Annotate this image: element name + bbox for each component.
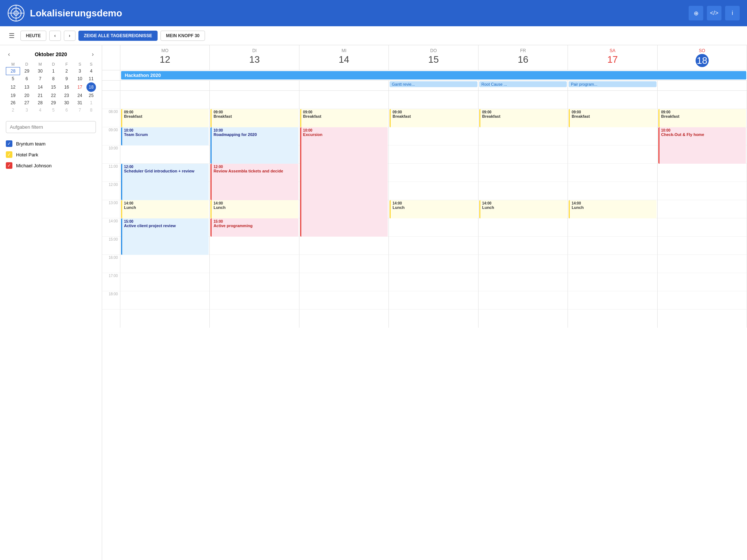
- small-day1: [120, 81, 210, 90]
- legend-label: Michael Johnson: [16, 163, 52, 168]
- mini-cal-day[interactable]: 10: [73, 75, 86, 83]
- mini-cal-day[interactable]: 7: [73, 106, 86, 114]
- mini-cal-day[interactable]: 19: [6, 92, 20, 99]
- event-block[interactable]: 09:00Breakfast: [390, 109, 477, 127]
- days-header: Mo12Di13Mi14Do15Fr16Sa17So18: [102, 45, 747, 70]
- event-block[interactable]: 09:00Breakfast: [658, 109, 746, 127]
- event-time: 09:00: [392, 110, 475, 114]
- event-block[interactable]: 14:00Lunch: [210, 200, 298, 218]
- mini-cal-day[interactable]: 28: [6, 67, 20, 75]
- mini-cal-day[interactable]: 30: [60, 99, 73, 106]
- day-col-sa: 09:00Breakfast14:00Lunch: [568, 91, 657, 328]
- mini-cal-day[interactable]: 8: [47, 75, 60, 83]
- event-block[interactable]: 15:00Active client project review: [121, 218, 209, 255]
- mini-cal-day[interactable]: 21: [34, 92, 47, 99]
- mini-cal-day[interactable]: 16: [60, 82, 73, 92]
- event-block[interactable]: 10:00Team Scrum: [121, 127, 209, 145]
- day-cell: [568, 182, 657, 200]
- mini-cal-day[interactable]: 6: [20, 75, 34, 83]
- mini-cal-day[interactable]: 22: [47, 92, 60, 99]
- mini-cal-day[interactable]: 13: [20, 82, 34, 92]
- mini-cal-day[interactable]: 2: [6, 106, 20, 114]
- mini-cal-day[interactable]: 9: [60, 75, 73, 83]
- prev-button[interactable]: ‹: [49, 31, 61, 41]
- event-block[interactable]: 12:00Scheduler Grid introduction + revie…: [121, 164, 209, 200]
- info-button[interactable]: i: [725, 6, 740, 20]
- event-block[interactable]: 10:00Roadmapping for 2020: [210, 127, 298, 164]
- legend-item[interactable]: ✓Hotel Park: [6, 151, 96, 158]
- event-block[interactable]: 10:00Excursion: [300, 127, 388, 237]
- day-name: Mi: [301, 48, 387, 53]
- mini-cal-day[interactable]: 3: [20, 106, 34, 114]
- mini-cal-day[interactable]: 28: [34, 99, 47, 106]
- mini-cal-day[interactable]: 3: [73, 67, 86, 75]
- event-block[interactable]: 14:00Lunch: [121, 200, 209, 218]
- mini-cal-day[interactable]: 17: [73, 82, 86, 92]
- day-cell: [658, 200, 747, 218]
- mini-cal-day[interactable]: 23: [60, 92, 73, 99]
- next-button[interactable]: ›: [64, 31, 76, 41]
- hackathon-event[interactable]: Hackathon 2020: [121, 71, 746, 79]
- mini-cal-day[interactable]: 24: [73, 92, 86, 99]
- mini-cal-day[interactable]: 14: [34, 82, 47, 92]
- show-all-button[interactable]: ZEIGE ALLE TAGESEREIGNISSE: [78, 31, 158, 41]
- event-block[interactable]: 09:00Breakfast: [569, 109, 656, 127]
- day-col-fr: 09:00Breakfast14:00Lunch: [479, 91, 568, 328]
- mini-cal-day[interactable]: 4: [34, 106, 47, 114]
- time-slot-08:00: 08:00: [102, 109, 120, 127]
- time-gutter: [102, 45, 120, 70]
- mini-cal-day[interactable]: 25: [86, 92, 96, 99]
- my-button[interactable]: MEIN KNOPF 30: [160, 31, 205, 41]
- mini-cal-next[interactable]: ›: [90, 51, 96, 58]
- mini-cal-prev[interactable]: ‹: [6, 51, 12, 58]
- mini-cal-day[interactable]: 26: [6, 99, 20, 106]
- mini-cal-day[interactable]: 1: [86, 99, 96, 106]
- small-day5-rootcause[interactable]: Root Cause ...: [479, 81, 568, 90]
- today-button[interactable]: HEUTE: [20, 31, 46, 41]
- day-cell: [658, 255, 747, 273]
- mini-cal-day[interactable]: 15: [47, 82, 60, 92]
- mini-cal-day[interactable]: 5: [6, 75, 20, 83]
- legend-item[interactable]: ✓Michael Johnson: [6, 162, 96, 169]
- code-button[interactable]: </>: [707, 6, 721, 20]
- legend-item[interactable]: ✓Bryntum team: [6, 140, 96, 147]
- mini-cal-day[interactable]: 12: [6, 82, 20, 92]
- mini-cal-day[interactable]: 7: [34, 75, 47, 83]
- mini-cal-day[interactable]: 2: [60, 67, 73, 75]
- mini-cal-day[interactable]: 20: [20, 92, 34, 99]
- mini-cal-day[interactable]: 29: [20, 67, 34, 75]
- mini-cal-day[interactable]: 11: [86, 75, 96, 83]
- menu-icon[interactable]: ☰: [6, 30, 18, 41]
- mini-cal-day[interactable]: 18: [86, 82, 96, 92]
- mini-cal-day[interactable]: 6: [60, 106, 73, 114]
- small-day4-gantt[interactable]: Gantt revie...: [389, 81, 478, 90]
- small-day6-pair[interactable]: Pair program...: [568, 81, 657, 90]
- event-time: 15:00: [124, 219, 207, 223]
- mini-cal-day[interactable]: 8: [86, 106, 96, 114]
- event-block[interactable]: 09:00Breakfast: [479, 109, 567, 127]
- mini-cal-day[interactable]: 27: [20, 99, 34, 106]
- legend-label: Bryntum team: [16, 141, 46, 147]
- mini-cal-day[interactable]: 30: [34, 67, 47, 75]
- mini-cal-day[interactable]: 4: [86, 67, 96, 75]
- day-cell: [299, 237, 388, 255]
- filter-input[interactable]: [6, 121, 96, 133]
- event-time: 14:00: [392, 201, 475, 205]
- mini-cal-day[interactable]: 29: [47, 99, 60, 106]
- event-block[interactable]: 14:00Lunch: [479, 200, 567, 218]
- move-button[interactable]: ⊕: [689, 6, 703, 20]
- mini-cal-day[interactable]: 1: [47, 67, 60, 75]
- day-cell: [568, 145, 657, 164]
- event-block[interactable]: 12:00Review Assembla tickets and decide: [210, 164, 298, 200]
- event-block[interactable]: 14:00Lunch: [390, 200, 477, 218]
- event-block[interactable]: 09:00Breakfast: [121, 109, 209, 127]
- event-block[interactable]: 15:00Active programming: [210, 218, 298, 237]
- event-block[interactable]: 14:00Lunch: [569, 200, 656, 218]
- event-time: 10:00: [661, 128, 744, 132]
- mini-cal-day[interactable]: 5: [47, 106, 60, 114]
- mini-cal-day[interactable]: 31: [73, 99, 86, 106]
- event-time: 09:00: [661, 110, 744, 114]
- event-block[interactable]: 09:00Breakfast: [300, 109, 388, 127]
- event-block[interactable]: 10:00Check-Out & Fly home: [658, 127, 746, 164]
- event-block[interactable]: 09:00Breakfast: [210, 109, 298, 127]
